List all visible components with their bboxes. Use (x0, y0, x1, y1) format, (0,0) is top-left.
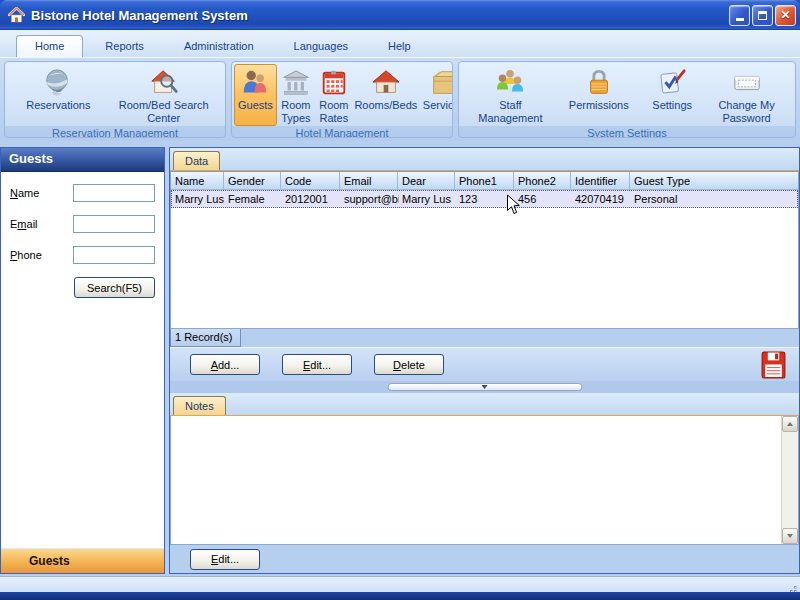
minimize-button[interactable] (729, 5, 750, 26)
table-empty-area (171, 208, 798, 329)
notes-tabstrip: Notes (170, 393, 799, 416)
house-icon (8, 7, 25, 23)
notes-pane (170, 416, 799, 545)
group-reservation-management: Reservations Room/Bed Search Center Rese… (4, 61, 226, 138)
phone-label: Phone (10, 249, 42, 261)
window-bottom-border (0, 592, 800, 600)
change-my-password-button[interactable]: Change My Password (707, 64, 787, 126)
phone-input[interactable] (73, 246, 155, 264)
permissions-button[interactable]: Permissions (560, 64, 638, 126)
action-button-row: Add... Edit... Delete (170, 347, 799, 381)
edit-button[interactable]: Edit... (282, 354, 352, 375)
three-people-icon (495, 68, 525, 98)
group-system-settings: Staff Management Permissions (458, 61, 796, 138)
staff-management-button[interactable]: Staff Management (467, 64, 553, 126)
notes-button-row: Edit... (170, 545, 799, 573)
maximize-icon (758, 11, 767, 20)
titlebar: Bistone Hotel Management System ✕ (0, 0, 800, 30)
col-email[interactable]: Email (340, 172, 398, 189)
record-count: 1 Record(s) (170, 329, 241, 347)
col-identifier[interactable]: Identifier (571, 172, 630, 189)
notes-textarea[interactable] (171, 416, 781, 544)
services-button[interactable]: Services (419, 64, 453, 126)
data-tabstrip: Data (170, 148, 799, 171)
notes-scrollbar[interactable] (781, 416, 798, 544)
scroll-down-button[interactable] (782, 528, 798, 544)
table-header: Name Gender Code Email Dear Phone1 Phone… (171, 171, 798, 190)
calendar-icon (319, 68, 349, 98)
email-label: Email (10, 218, 38, 230)
save-floppy-icon[interactable] (761, 351, 786, 379)
sidebar-header: Guests (1, 148, 164, 172)
room-types-button[interactable]: Room Types (277, 64, 315, 126)
minimize-icon (736, 18, 744, 21)
horizontal-splitter[interactable] (170, 381, 799, 393)
house-icon (371, 68, 401, 98)
tab-reports[interactable]: Reports (87, 36, 162, 57)
guests-search-panel: Guests Name Email Phone Search(F5) (0, 147, 165, 574)
menu-bar: Home Reports Administration Languages He… (0, 30, 800, 57)
col-guest-type[interactable]: Guest Type (630, 172, 798, 189)
reservations-button[interactable]: Reservations (12, 64, 104, 126)
name-label: Name (10, 187, 39, 199)
splitter-collapse-handle[interactable] (387, 383, 582, 391)
col-phone1[interactable]: Phone1 (455, 172, 514, 189)
padlock-icon (584, 68, 614, 98)
group-label-hotel-management: Hotel Management (232, 126, 452, 138)
carton-box-icon (429, 68, 453, 98)
scroll-up-button[interactable] (782, 416, 798, 432)
notes-edit-button[interactable]: Edit... (190, 549, 260, 570)
two-people-icon (240, 68, 270, 98)
tab-help[interactable]: Help (370, 36, 429, 57)
col-name[interactable]: Name (171, 172, 224, 189)
chevron-down-icon (482, 385, 488, 389)
sidebar-footer-guests[interactable]: Guests (1, 548, 164, 573)
email-input[interactable] (73, 215, 155, 233)
tab-notes[interactable]: Notes (173, 396, 226, 415)
tab-languages[interactable]: Languages (276, 36, 366, 57)
main-panel: Data Name Gender Code Email Dear Phone1 … (169, 147, 800, 574)
app-window: Bistone Hotel Management System ✕ Home R… (0, 0, 800, 600)
record-count-strip: 1 Record(s) (170, 329, 799, 347)
close-button[interactable]: ✕ (775, 5, 796, 26)
col-code[interactable]: Code (281, 172, 340, 189)
delete-button[interactable]: Delete (374, 354, 444, 375)
content-area: Guests Name Email Phone Search(F5) (0, 141, 800, 576)
add-button[interactable]: Add... (190, 354, 260, 375)
name-input[interactable] (73, 184, 155, 202)
col-dear[interactable]: Dear (398, 172, 455, 189)
tab-administration[interactable]: Administration (166, 36, 272, 57)
guests-button[interactable]: Guests (234, 64, 277, 126)
globe-icon (43, 68, 73, 98)
ribbon: Reservations Room/Bed Search Center Rese… (0, 57, 800, 141)
window-title: Bistone Hotel Management System (31, 8, 729, 23)
tab-home[interactable]: Home (16, 35, 83, 57)
group-label-reservation-management: Reservation Management (5, 126, 225, 138)
maximize-button[interactable] (752, 5, 773, 26)
arrow-down-icon (787, 534, 793, 538)
classical-building-icon (281, 68, 311, 98)
arrow-up-icon (787, 422, 793, 426)
search-button[interactable]: Search(F5) (74, 277, 155, 298)
guests-table: Name Gender Code Email Dear Phone1 Phone… (170, 171, 799, 329)
room-bed-search-center-button[interactable]: Room/Bed Search Center (110, 64, 218, 126)
close-icon: ✕ (780, 9, 790, 21)
table-row-selected[interactable]: Marry Lus Female 2012001 support@bist Ma… (171, 190, 798, 208)
house-magnifier-icon (149, 68, 179, 98)
group-hotel-management: Guests Room Types (231, 61, 453, 138)
room-rates-button[interactable]: Room Rates (315, 64, 353, 126)
group-label-system-settings: System Settings (459, 126, 795, 138)
checklist-pen-icon (657, 68, 687, 98)
col-phone2[interactable]: Phone2 (514, 172, 571, 189)
rooms-beds-button[interactable]: Rooms/Beds (353, 64, 419, 126)
tab-data[interactable]: Data (173, 151, 220, 170)
settings-button[interactable]: Settings (644, 64, 700, 126)
col-gender[interactable]: Gender (224, 172, 281, 189)
password-box-icon (732, 68, 762, 98)
